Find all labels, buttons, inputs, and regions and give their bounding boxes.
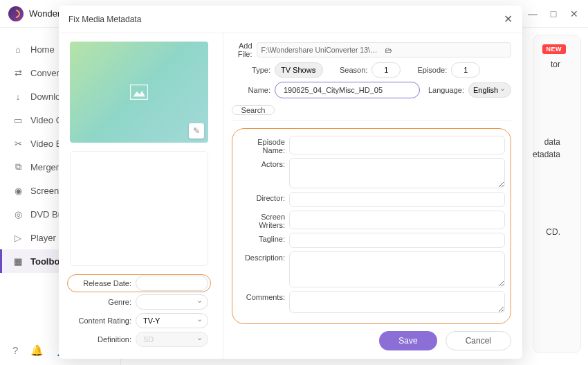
- cancel-button[interactable]: Cancel: [445, 331, 511, 350]
- app-logo: [8, 6, 24, 21]
- sidebar-item-label: Player: [30, 233, 56, 243]
- divider: [232, 121, 511, 121]
- episode-label: Episode:: [417, 66, 447, 74]
- name-input[interactable]: [275, 82, 420, 98]
- season-input[interactable]: [371, 62, 401, 78]
- dialog-title: Fix Media Metadata: [68, 15, 141, 24]
- bg-text: data: [544, 137, 560, 147]
- screen-rec-icon: ◉: [12, 185, 24, 196]
- language-label: Language:: [428, 86, 464, 94]
- actors-input[interactable]: [289, 158, 505, 188]
- type-label: Type:: [232, 66, 270, 74]
- definition-label: Definition:: [70, 335, 136, 344]
- genre-select[interactable]: [136, 294, 208, 310]
- director-input[interactable]: [289, 192, 505, 207]
- image-icon: [130, 84, 148, 100]
- director-label: Director:: [235, 192, 289, 207]
- release-date-input[interactable]: [136, 276, 208, 291]
- player-icon: ▷: [12, 232, 24, 243]
- episode-name-input[interactable]: [289, 136, 505, 154]
- svg-rect-0: [130, 84, 148, 100]
- window-maximize[interactable]: □: [548, 8, 559, 19]
- genre-label: Genre:: [70, 298, 136, 306]
- addfile-label: Add File:: [232, 42, 252, 58]
- content-rating-label: Content Rating:: [70, 317, 136, 325]
- edit-thumbnail-button[interactable]: ✎: [189, 123, 204, 139]
- screenwriters-input[interactable]: [289, 211, 505, 229]
- tagline-input[interactable]: [289, 233, 505, 248]
- new-badge: NEW: [542, 44, 567, 54]
- definition-select: SD: [136, 332, 208, 347]
- toolbox-icon: ▦: [12, 256, 24, 267]
- language-select[interactable]: English: [468, 82, 511, 98]
- dvd-icon: ◎: [12, 208, 24, 220]
- merger-icon: ⧉: [12, 161, 24, 172]
- description-label: Description:: [235, 251, 289, 287]
- bg-text: etadata: [533, 150, 560, 159]
- folder-icon[interactable]: 🗁: [385, 46, 506, 54]
- tagline-label: Tagline:: [235, 233, 289, 248]
- type-select[interactable]: TV Shows: [275, 62, 323, 78]
- sidebar-item-label: Merger: [30, 162, 59, 172]
- bg-text: CD.: [546, 227, 560, 237]
- season-label: Season:: [340, 66, 367, 74]
- name-label: Name:: [232, 86, 270, 94]
- episode-name-label: Episode Name:: [235, 136, 289, 154]
- comments-label: Comments:: [235, 291, 289, 313]
- episode-input[interactable]: [451, 62, 480, 78]
- converter-icon: ⇄: [12, 67, 24, 78]
- thumbnail: ✎: [70, 42, 208, 143]
- video-compress-icon: ▭: [12, 114, 24, 125]
- sidebar-item-label: Convert: [30, 68, 62, 78]
- bg-card: [533, 35, 581, 353]
- video-edit-icon: ✂: [12, 138, 24, 149]
- bell-icon[interactable]: 🔔: [30, 344, 44, 357]
- addfile-path: F:\Wondershare UniConverter 13\Converted…: [257, 42, 511, 57]
- close-icon[interactable]: ✕: [504, 12, 513, 26]
- bg-text: tor: [551, 60, 560, 69]
- window-close[interactable]: ✕: [569, 8, 580, 19]
- comments-input[interactable]: [289, 291, 505, 313]
- release-date-label: Release Date:: [70, 279, 136, 287]
- sidebar-item-label: Home: [30, 44, 55, 55]
- screenwriters-label: Screen Writers:: [235, 211, 289, 229]
- home-icon: ⌂: [12, 44, 24, 55]
- metadata-fields-group: Episode Name: Actors: Director: Screen W…: [232, 128, 511, 324]
- description-preview: [70, 151, 208, 266]
- app-title: Wonder: [29, 8, 60, 19]
- help-icon[interactable]: ?: [12, 344, 18, 357]
- content-rating-select[interactable]: TV-Y: [136, 313, 208, 328]
- search-button[interactable]: Search: [232, 105, 275, 115]
- description-input[interactable]: [289, 251, 505, 287]
- download-icon: ↓: [12, 91, 24, 102]
- window-minimize[interactable]: —: [527, 8, 538, 19]
- save-button[interactable]: Save: [379, 331, 437, 350]
- svg-marker-1: [133, 91, 145, 97]
- actors-label: Actors:: [235, 158, 289, 188]
- fix-metadata-dialog: Fix Media Metadata ✕ ✎ Release Date: Gen…: [59, 6, 522, 359]
- addfile-path-text: F:\Wondershare UniConverter 13\Converted…: [261, 46, 383, 54]
- sidebar-item-label: DVD Bu: [30, 209, 63, 220]
